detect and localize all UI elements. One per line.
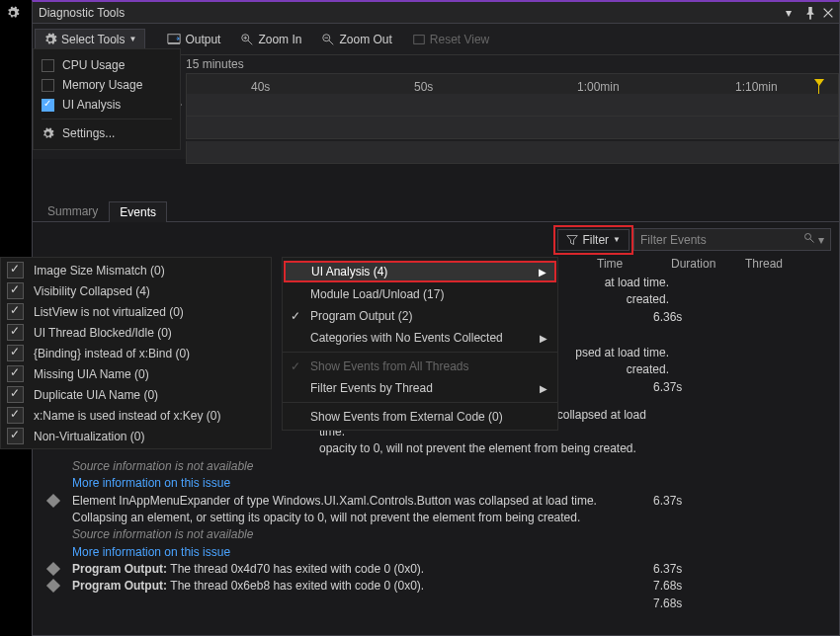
category-item[interactable]: {Binding} instead of x:Bind (0) (5, 343, 265, 363)
checkbox-checked-icon (7, 345, 24, 361)
svg-rect-3 (414, 35, 425, 43)
category-item[interactable]: x:Name is used instead of x:Key (0) (5, 405, 265, 426)
zoom-in-button[interactable]: Zoom In (232, 30, 309, 49)
diamond-icon (46, 493, 60, 507)
pin-icon[interactable] (803, 6, 817, 20)
category-item[interactable]: Visibility Collapsed (4) (5, 280, 265, 301)
submenu-arrow-icon: ▶ (539, 267, 546, 278)
submenu-arrow-icon: ▶ (540, 333, 547, 344)
filter-dropdown-menu: UI Analysis (4) ▶ Module Load/Unload (17… (282, 257, 558, 431)
category-item[interactable]: Image Size Mismatch (0) (5, 260, 265, 280)
tab-events[interactable]: Events (109, 201, 167, 222)
event-row[interactable]: Program Output: The thread 0x6eb8 has ex… (72, 578, 831, 595)
zoom-in-icon (240, 33, 254, 46)
menu-item-settings[interactable]: Settings... (42, 123, 172, 143)
checkbox-icon (42, 79, 54, 92)
checkbox-checked-icon (7, 365, 24, 382)
close-icon[interactable] (821, 6, 835, 20)
menu-item-memory-usage[interactable]: Memory Usage (42, 75, 172, 95)
checkbox-checked-icon (7, 324, 24, 341)
category-item[interactable]: Duplicate UIA Name (0) (5, 384, 265, 405)
select-tools-menu: CPU Usage Memory Usage UI Analysis Setti… (33, 48, 181, 150)
column-duration[interactable]: Duration (671, 257, 725, 271)
checkbox-checked-icon (7, 282, 24, 299)
zoom-out-button[interactable]: Zoom Out (313, 30, 399, 49)
checkbox-checked-icon (7, 262, 24, 278)
category-item[interactable]: UI Thread Blocked/Idle (0) (5, 322, 265, 343)
panel-title: Diagnostic Tools (39, 6, 125, 20)
output-icon (167, 33, 181, 46)
svg-point-4 (804, 234, 810, 240)
category-item[interactable]: ListView is not virtualized (0) (5, 301, 265, 322)
window-menu-icon[interactable]: ▾ (786, 6, 799, 20)
filter-button[interactable]: Filter ▼ (557, 229, 630, 251)
checkbox-checked-icon (7, 407, 24, 424)
chevron-down-icon: ▼ (613, 235, 621, 244)
chevron-down-icon: ▼ (128, 35, 136, 43)
tab-summary[interactable]: Summary (37, 200, 109, 221)
tick-label: 40s (251, 80, 270, 94)
filter-item-program-output[interactable]: ✓ Program Output (2) (283, 305, 557, 327)
session-duration-label: 15 minutes (186, 57, 244, 71)
checkbox-checked-icon (7, 386, 24, 403)
gear-icon (43, 33, 57, 46)
filter-placeholder: Filter Events (640, 233, 707, 247)
diamond-icon (46, 562, 60, 576)
event-time: 7.68s (653, 596, 703, 612)
search-icon[interactable]: ▾ (803, 232, 824, 247)
reset-view-icon (412, 33, 426, 46)
submenu-arrow-icon: ▶ (540, 383, 547, 394)
event-row[interactable]: Program Output: The thread 0x4d70 has ex… (72, 561, 831, 578)
zoom-out-label: Zoom Out (339, 33, 391, 46)
checkbox-checked-icon (42, 99, 54, 112)
menu-item-cpu-usage[interactable]: CPU Usage (42, 55, 172, 75)
reset-view-button[interactable]: Reset View (404, 30, 497, 49)
checkbox-checked-icon (7, 428, 24, 444)
column-thread[interactable]: Thread (745, 257, 799, 271)
timeline-track[interactable] (186, 141, 839, 164)
filter-button-label: Filter (582, 233, 609, 247)
gear-icon[interactable] (6, 6, 20, 20)
filter-item-all-threads: ✓ Show Events from All Threads (283, 356, 557, 377)
more-info-link[interactable]: More information on this issue (72, 475, 673, 492)
timeline-track[interactable] (186, 94, 839, 117)
diamond-icon (46, 579, 60, 593)
filter-item-by-thread[interactable]: Filter Events by Thread ▶ (283, 377, 557, 399)
filter-item-ui-analysis[interactable]: UI Analysis (4) ▶ (284, 261, 556, 282)
event-row[interactable]: Element InAppMenuExpander of type Window… (72, 493, 831, 562)
filter-item-no-events[interactable]: Categories with No Events Collected ▶ (283, 327, 557, 349)
menu-item-ui-analysis[interactable]: UI Analysis (42, 95, 172, 115)
filter-icon (566, 234, 578, 246)
select-tools-label: Select Tools (61, 33, 125, 46)
more-info-link[interactable]: More information on this issue (72, 544, 673, 561)
select-tools-button[interactable]: Select Tools ▼ (35, 29, 145, 50)
tick-label: 1:10min (735, 80, 778, 94)
zoom-out-icon (321, 33, 335, 46)
output-button[interactable]: Output (159, 30, 228, 49)
tick-label: 1:00min (577, 80, 620, 94)
checkbox-checked-icon (7, 303, 24, 320)
filter-events-input[interactable]: Filter Events ▾ (633, 228, 831, 251)
event-time: 6.36s (653, 309, 703, 326)
category-item[interactable]: Missing UIA Name (0) (5, 363, 265, 384)
filter-item-module[interactable]: Module Load/Unload (17) (283, 283, 557, 305)
filter-item-external[interactable]: Show Events from External Code (0) (283, 406, 557, 428)
column-time[interactable]: Time (597, 257, 651, 271)
ui-analysis-category-menu: Image Size Mismatch (0) Visibility Colla… (0, 257, 272, 449)
tick-label: 50s (414, 80, 433, 94)
gear-icon (42, 127, 54, 140)
timeline-track[interactable] (186, 117, 839, 139)
category-item[interactable]: Non-Virtualization (0) (5, 426, 265, 446)
zoom-in-label: Zoom In (258, 33, 301, 46)
checkbox-icon (42, 59, 54, 72)
check-icon: ✓ (291, 309, 300, 323)
reset-view-label: Reset View (430, 33, 489, 46)
check-icon: ✓ (291, 359, 300, 373)
event-time: 6.37s (653, 379, 703, 396)
output-label: Output (185, 33, 220, 46)
